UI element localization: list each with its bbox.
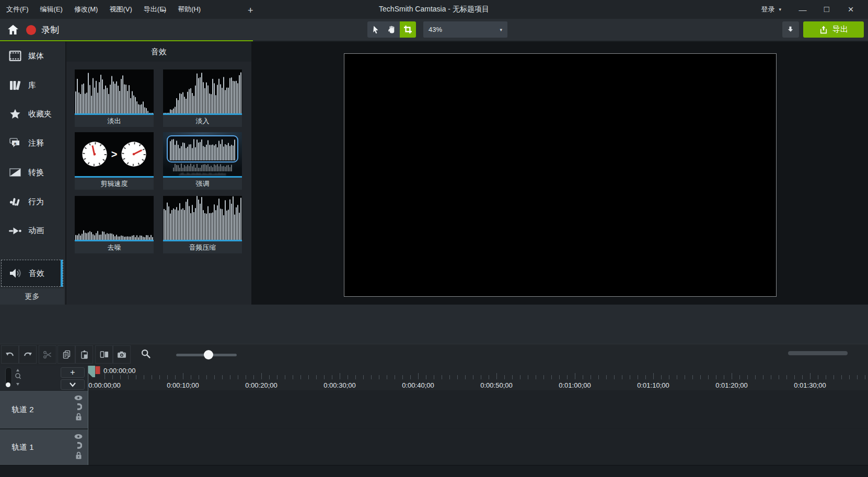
camera-icon	[117, 350, 127, 360]
track-zoom-mini-icon	[14, 368, 22, 388]
chevron-down-icon: ▾	[779, 7, 781, 12]
sidebar-item-favorites[interactable]: 收藏夹	[1, 100, 63, 127]
emphasize-waveform-frame	[167, 135, 238, 162]
animation-icon	[8, 225, 22, 236]
ruler-label: 0:01:00;00	[559, 381, 591, 389]
selected-tab-accent	[61, 260, 63, 287]
playhead-marker[interactable]	[88, 363, 101, 378]
download-button[interactable]	[782, 21, 799, 38]
annotation-icon: a	[8, 137, 22, 149]
timeline-zoom-out-button[interactable]: −	[161, 5, 167, 16]
effect-card-emphasize[interactable]: 强调	[163, 132, 242, 190]
paste-button[interactable]	[75, 345, 93, 364]
eye-icon[interactable]	[74, 434, 83, 439]
effect-card-clip-speed[interactable]: > 剪辑速度	[75, 132, 154, 190]
split-icon	[99, 350, 109, 359]
minimize-button[interactable]: —	[791, 0, 815, 19]
magnet-icon[interactable]	[75, 441, 82, 449]
home-button[interactable]	[5, 22, 21, 38]
track-1-lane[interactable]	[88, 429, 868, 465]
record-button[interactable]: 录制	[26, 21, 59, 39]
chevron-down-icon	[69, 382, 76, 387]
timeline-header-controls: +	[0, 366, 88, 390]
effect-thumbnail: >	[75, 132, 154, 176]
timeline-zoom-icon	[140, 348, 152, 359]
split-button[interactable]	[95, 345, 113, 364]
effect-card-fade-in[interactable]: 淡入	[163, 69, 242, 127]
timeline-zoom-in-button[interactable]: +	[248, 5, 253, 16]
undo-button[interactable]	[1, 345, 19, 364]
copy-button[interactable]	[57, 345, 75, 364]
timeline-bottom-gutter	[0, 465, 868, 477]
sidebar-item-audio-effects[interactable]: 音效	[1, 260, 63, 287]
close-button[interactable]: ×	[839, 0, 863, 19]
ruler-label: 0:00:10;00	[167, 381, 199, 389]
lock-icon[interactable]	[75, 451, 82, 459]
canvas-tool-group	[367, 21, 416, 38]
minimize-icon: —	[799, 5, 807, 14]
timeline: + 0:00:00;000:00:10;000:00:20;000:00:30;…	[0, 366, 868, 477]
collapse-tracks-button[interactable]	[61, 379, 85, 390]
clock-icon	[120, 141, 147, 168]
track-2-header[interactable]: 轨道 2	[0, 391, 88, 428]
hand-icon	[387, 25, 397, 34]
login-button[interactable]: 登录 ▾	[751, 5, 791, 14]
effect-card-fade-out[interactable]: 淡出	[75, 69, 154, 127]
cut-button[interactable]	[39, 345, 56, 364]
redo-button[interactable]	[19, 345, 37, 364]
menu-help[interactable]: 帮助(H)	[178, 5, 201, 14]
frame-capture-button[interactable]	[113, 345, 131, 364]
sidebar-item-behaviors[interactable]: 行为	[1, 188, 63, 215]
record-icon	[26, 25, 36, 35]
crop-tool-button[interactable]	[400, 21, 416, 38]
export-button[interactable]: 导出	[803, 21, 864, 38]
greater-than-icon: >	[111, 148, 118, 160]
timeline-horizontal-scrollbar[interactable]	[788, 351, 848, 355]
sidebar-more-button[interactable]: 更多	[0, 288, 64, 305]
track-1-header[interactable]: 轨道 1	[0, 429, 88, 465]
sidebar-item-media[interactable]: 媒体	[1, 42, 63, 69]
svg-text:a: a	[14, 141, 17, 146]
menu-view[interactable]: 视图(V)	[109, 5, 132, 14]
track-2-lane[interactable]	[88, 391, 868, 428]
ruler-label: 0:01:30;00	[794, 381, 826, 389]
plus-icon: +	[70, 368, 75, 377]
sidebar-item-annotations[interactable]: a 注释	[1, 130, 63, 157]
select-tool-button[interactable]	[367, 21, 384, 38]
timeline-zoom-slider-thumb[interactable]	[204, 350, 213, 359]
tab-sidebar: 媒体 库 收藏夹	[0, 42, 66, 305]
playhead-line	[88, 366, 88, 465]
effect-card-audio-compression[interactable]: 音频压缩	[163, 196, 242, 253]
sidebar-item-animations[interactable]: 动画	[1, 217, 63, 244]
maximize-button[interactable]: □	[815, 0, 839, 19]
track-height-slider-thumb[interactable]	[6, 382, 10, 387]
canvas-zoom-dropdown[interactable]: 43% ▾	[423, 21, 507, 38]
crop-icon	[403, 25, 413, 34]
timeline-ruler[interactable]: 0:00:00;000:00:10;000:00:20;000:00:30;00…	[88, 366, 868, 390]
eye-icon[interactable]	[74, 395, 83, 401]
menu-edit[interactable]: 编辑(E)	[40, 5, 63, 14]
lock-icon[interactable]	[75, 413, 82, 421]
sidebar-item-transitions[interactable]: 转换	[1, 159, 63, 186]
redo-icon	[22, 350, 33, 360]
transition-icon	[8, 167, 22, 178]
books-icon	[8, 79, 22, 91]
effect-card-noise-removal[interactable]: 去噪	[75, 196, 154, 253]
add-track-button[interactable]: +	[61, 367, 85, 378]
behavior-icon	[8, 196, 22, 207]
pan-tool-button[interactable]	[384, 21, 400, 38]
menu-modify[interactable]: 修改(M)	[74, 5, 98, 14]
sidebar-item-library[interactable]: 库	[1, 72, 63, 99]
close-icon: ×	[848, 4, 853, 15]
ruler-label: 0:00:40;00	[402, 381, 434, 389]
star-icon	[8, 108, 22, 120]
window-controls: 登录 ▾ — □ ×	[751, 0, 863, 19]
menu-file[interactable]: 文件(F)	[6, 5, 29, 14]
ruler-ticks	[88, 366, 868, 390]
film-icon	[8, 50, 22, 62]
ruler-label: 0:00:00;00	[88, 381, 120, 389]
playback-bar: 00:00 / 00:00 30 fps 属性	[0, 305, 868, 344]
preview-stage[interactable]	[344, 53, 777, 297]
effect-thumbnail	[75, 69, 154, 113]
magnet-icon[interactable]	[75, 403, 82, 411]
